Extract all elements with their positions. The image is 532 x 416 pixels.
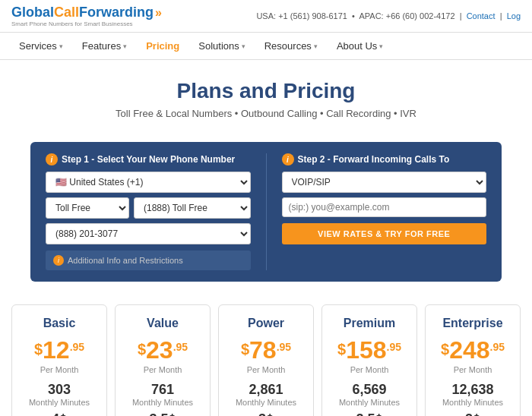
plan-minutes: 2,861 Monthly Minutes [226, 382, 306, 407]
plan-name: Value [123, 317, 202, 330]
plan-card-basic: Basic $ 12 .95 Per Month 303 Monthly Min… [11, 304, 107, 416]
nav-about[interactable]: About Us ▾ [329, 33, 391, 59]
plan-card-value: Value $ 23 .95 Per Month 761 Monthly Min… [115, 304, 211, 416]
login-link[interactable]: Log [507, 11, 521, 20]
nav-services[interactable]: Services ▾ [11, 33, 71, 59]
plan-amount: 248 [449, 338, 489, 362]
step1-info-text: Additional Info and Restrictions [68, 256, 183, 265]
plan-price: $ 23 .95 [123, 338, 202, 362]
sip-input[interactable] [282, 197, 487, 217]
plan-period: Per Month [330, 365, 409, 374]
plan-period: Per Month [20, 365, 99, 374]
forward-type-select[interactable]: VOIP/SIP [282, 172, 487, 193]
plan-dollar: $ [337, 341, 346, 358]
plan-minutes: 6,569 Monthly Minutes [330, 382, 409, 407]
logo: GlobalCallForwarding» Smart Phone Number… [11, 5, 162, 27]
try-free-button[interactable]: VIEW RATES & TRY FOR FREE [282, 223, 487, 244]
nav-features[interactable]: Features ▾ [74, 33, 135, 59]
logo-call: Call [54, 5, 79, 20]
country-select[interactable]: 🇺🇸 United States (+1) [46, 172, 251, 193]
plan-rate: 2¢ Per Additional Minute [433, 411, 512, 416]
step2-icon: i [282, 153, 294, 165]
step-divider [266, 153, 267, 270]
plan-name: Enterprise [433, 317, 512, 330]
chevron-down-icon: ▾ [242, 43, 245, 50]
step1-info[interactable]: i Additional Info and Restrictions [46, 251, 251, 270]
plan-minutes: 761 Monthly Minutes [123, 382, 202, 407]
logo-arrows: » [155, 6, 162, 19]
plan-price: $ 12 .95 [20, 338, 99, 362]
number-prefix-select[interactable]: (1888) Toll Free [134, 197, 251, 219]
plan-name: Basic [20, 317, 99, 330]
plan-period: Per Month [226, 365, 306, 374]
apac-phone: APAC: +66 (60) 002-4172 [359, 11, 454, 20]
step2-title: i Step 2 - Forward Incoming Calls To [282, 153, 487, 165]
plan-rate: 4¢ Per Additional Minute [20, 411, 99, 416]
contact-link[interactable]: Contact [467, 11, 496, 20]
chevron-down-icon: ▾ [59, 43, 63, 50]
plan-name: Power [226, 317, 306, 330]
plan-price: $ 248 .95 [433, 338, 512, 362]
step2: i Step 2 - Forward Incoming Calls To VOI… [282, 153, 487, 270]
chevron-down-icon: ▾ [379, 43, 383, 50]
top-contact: USA: +1 (561) 908-6171 • APAC: +66 (60) … [256, 11, 521, 20]
step-box: i Step 1 - Select Your New Phone Number … [30, 142, 502, 282]
plan-dollar: $ [34, 341, 43, 358]
plan-amount: 23 [146, 338, 173, 362]
plan-minutes: 12,638 Monthly Minutes [433, 382, 512, 407]
plans-grid: Basic $ 12 .95 Per Month 303 Monthly Min… [11, 304, 521, 416]
top-bar: GlobalCallForwarding» Smart Phone Number… [0, 0, 532, 33]
plan-card-enterprise: Enterprise $ 248 .95 Per Month 12,638 Mo… [425, 304, 521, 416]
phone-number-select[interactable]: (888) 201-3077 [46, 223, 251, 244]
plan-dollar: $ [441, 341, 449, 358]
plan-cents: .95 [173, 341, 188, 353]
hero-section: Plans and Pricing Toll Free & Local Numb… [0, 60, 532, 131]
hero-subtitle: Toll Free & Local Numbers • Outbound Cal… [11, 108, 521, 119]
chevron-down-icon: ▾ [314, 43, 318, 50]
main-nav: Services ▾ Features ▾ Pricing Solutions … [0, 33, 532, 60]
plan-minutes: 303 Monthly Minutes [20, 382, 99, 407]
plan-cents: .95 [387, 341, 401, 353]
plan-card-premium: Premium $ 158 .95 Per Month 6,569 Monthl… [321, 304, 417, 416]
chevron-down-icon: ▾ [123, 43, 127, 50]
plan-rate: 3.5¢ Per Additional Minute [123, 411, 202, 416]
plan-cents: .95 [277, 341, 291, 353]
step1: i Step 1 - Select Your New Phone Number … [46, 153, 251, 270]
step1-title: i Step 1 - Select Your New Phone Number [46, 153, 251, 165]
plans-section: Basic $ 12 .95 Per Month 303 Monthly Min… [0, 293, 532, 416]
plan-price: $ 158 .95 [330, 338, 409, 362]
plan-period: Per Month [123, 365, 202, 374]
step1-icon: i [46, 153, 58, 165]
number-type-select[interactable]: Toll Free [46, 197, 129, 219]
nav-pricing[interactable]: Pricing [138, 33, 187, 59]
logo-forwarding: Forwarding [79, 5, 154, 20]
nav-resources[interactable]: Resources ▾ [257, 33, 325, 59]
usa-phone: USA: +1 (561) 908-6171 [256, 11, 347, 20]
plan-amount: 78 [249, 338, 277, 362]
info-icon: i [53, 255, 64, 266]
plan-amount: 12 [43, 338, 70, 362]
logo-tagline: Smart Phone Numbers for Smart Businesses [11, 20, 162, 27]
plan-card-power: Power $ 78 .95 Per Month 2,861 Monthly M… [218, 304, 314, 416]
plan-dollar: $ [241, 341, 249, 358]
plan-name: Premium [330, 317, 409, 330]
plan-period: Per Month [433, 365, 512, 374]
plan-dollar: $ [138, 341, 146, 358]
plan-cents: .95 [490, 341, 505, 353]
plan-amount: 158 [346, 338, 386, 362]
page-title: Plans and Pricing [11, 79, 521, 103]
logo-global: Global [11, 5, 54, 20]
plan-price: $ 78 .95 [226, 338, 306, 362]
nav-solutions[interactable]: Solutions ▾ [191, 33, 252, 59]
plan-rate: 2.5¢ Per Additional Minute [330, 411, 409, 416]
plan-cents: .95 [70, 341, 84, 353]
plan-rate: 3¢ Per Additional Minute [226, 411, 306, 416]
